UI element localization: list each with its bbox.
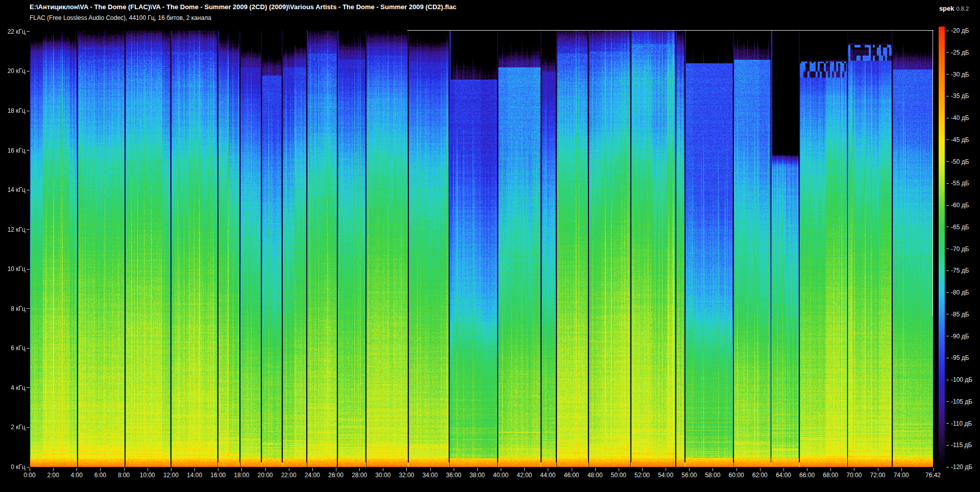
freq-tick-label: 12 кГц xyxy=(0,227,26,233)
format-info: FLAC (Free Lossless Audio Codec), 44100 … xyxy=(30,14,211,21)
freq-tick-label: 4 кГц xyxy=(0,385,26,391)
freq-tick xyxy=(27,31,30,32)
db-tick xyxy=(946,31,949,31)
time-tick xyxy=(265,468,266,471)
db-tick-label: -25 дБ xyxy=(951,50,969,56)
db-tick xyxy=(946,74,949,75)
db-tick-label: -70 дБ xyxy=(951,246,969,252)
db-tick-label: -115 дБ xyxy=(951,442,972,448)
freq-tick xyxy=(27,190,30,190)
db-tick xyxy=(946,118,949,118)
db-tick-label: -120 дБ xyxy=(951,464,972,470)
db-tick xyxy=(946,205,949,206)
time-tick xyxy=(53,468,54,471)
db-tick-label: -35 дБ xyxy=(951,93,969,99)
render-glitch-line-horizontal xyxy=(407,30,934,31)
time-tick xyxy=(878,468,878,471)
time-tick xyxy=(689,468,690,471)
app-version-badge: spek0.8.2 xyxy=(939,4,969,13)
time-tick xyxy=(713,468,713,471)
time-tick xyxy=(830,468,831,471)
db-tick-label: -80 дБ xyxy=(951,289,969,296)
freq-tick xyxy=(27,427,30,428)
render-glitch-line-vertical xyxy=(933,30,933,316)
freq-tick xyxy=(27,111,30,111)
db-tick xyxy=(946,139,949,140)
db-tick xyxy=(946,314,949,314)
time-tick xyxy=(548,468,548,471)
app-name: spek xyxy=(939,5,954,12)
db-tick-label: -85 дБ xyxy=(951,311,969,317)
db-tick xyxy=(946,270,949,271)
freq-tick xyxy=(27,71,30,71)
time-tick xyxy=(241,468,242,471)
time-tick xyxy=(666,468,666,471)
time-tick-label: 76:42 xyxy=(918,472,948,478)
freq-tick-label: 0 кГц xyxy=(0,464,26,470)
file-path: E:\Антициклон\VA - The Dome (FLAC)\VA - … xyxy=(30,3,456,11)
time-tick xyxy=(501,468,501,471)
time-tick xyxy=(737,468,737,471)
db-tick xyxy=(946,161,949,162)
db-tick-label: -20 дБ xyxy=(951,28,969,34)
time-tick xyxy=(171,468,172,471)
time-tick xyxy=(430,468,431,471)
app-version: 0.8.2 xyxy=(957,6,969,12)
db-tick-label: -100 дБ xyxy=(951,377,972,383)
db-tick xyxy=(946,249,949,249)
db-tick xyxy=(946,380,949,380)
db-tick-label: -105 дБ xyxy=(951,399,972,405)
freq-tick-label: 16 кГц xyxy=(0,147,26,154)
db-tick xyxy=(946,227,949,227)
db-tick xyxy=(946,358,949,358)
time-tick xyxy=(406,468,407,471)
time-tick xyxy=(289,468,289,471)
time-tick xyxy=(218,468,218,471)
freq-tick-label: 10 кГц xyxy=(0,266,26,272)
freq-tick xyxy=(27,150,30,151)
db-tick-label: -55 дБ xyxy=(951,180,969,186)
time-tick xyxy=(383,468,383,471)
time-tick xyxy=(454,468,454,471)
spek-window: E:\Антициклон\VA - The Dome (FLAC)\VA - … xyxy=(0,0,980,492)
time-tick xyxy=(124,468,125,471)
db-tick-label: -95 дБ xyxy=(951,355,969,361)
spectrogram-canvas xyxy=(30,31,933,467)
time-tick xyxy=(572,468,572,471)
freq-tick-label: 2 кГц xyxy=(0,424,26,430)
db-tick xyxy=(946,467,949,468)
db-tick-label: -60 дБ xyxy=(951,202,969,208)
db-tick-label: -75 дБ xyxy=(951,267,969,274)
db-tick-label: -65 дБ xyxy=(951,224,969,230)
time-tick xyxy=(619,468,619,471)
time-tick xyxy=(524,468,525,471)
time-tick xyxy=(807,468,807,471)
freq-tick xyxy=(27,467,30,468)
time-tick xyxy=(312,468,313,471)
db-tick xyxy=(946,96,949,96)
freq-tick-label: 6 кГц xyxy=(0,345,26,351)
db-tick xyxy=(946,336,949,336)
time-tick xyxy=(148,468,148,471)
time-tick xyxy=(933,468,934,471)
time-tick xyxy=(642,468,643,471)
db-tick-label: -90 дБ xyxy=(951,333,969,339)
freq-tick xyxy=(27,348,30,349)
freq-tick-label: 22 кГц xyxy=(0,29,26,35)
db-tick xyxy=(946,445,949,446)
db-colorbar xyxy=(939,27,945,467)
db-tick-label: -110 дБ xyxy=(951,421,972,427)
db-tick xyxy=(946,401,949,402)
time-tick xyxy=(100,468,101,471)
freq-tick-label: 20 кГц xyxy=(0,68,26,74)
db-tick-label: -45 дБ xyxy=(951,137,969,143)
db-tick xyxy=(946,423,949,424)
freq-tick xyxy=(27,308,30,309)
db-tick-label: -40 дБ xyxy=(951,115,969,121)
db-tick xyxy=(946,183,949,184)
db-tick-label: -30 дБ xyxy=(951,71,969,78)
time-tick xyxy=(477,468,478,471)
time-tick xyxy=(336,468,336,471)
time-tick xyxy=(854,468,854,471)
db-tick-label: -50 дБ xyxy=(951,159,969,165)
